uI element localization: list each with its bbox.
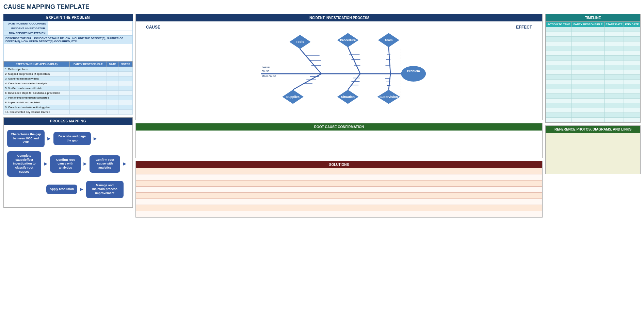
- party-cell[interactable]: [70, 91, 107, 96]
- end-cell[interactable]: [624, 65, 640, 70]
- end-cell[interactable]: [624, 113, 640, 118]
- start-cell[interactable]: [604, 70, 624, 75]
- solution-row[interactable]: [136, 168, 542, 174]
- party-cell[interactable]: [572, 94, 605, 99]
- notes-cell[interactable]: [118, 67, 133, 72]
- start-cell[interactable]: [604, 108, 624, 113]
- party-cell[interactable]: [70, 105, 107, 110]
- start-cell[interactable]: [604, 99, 624, 103]
- party-cell[interactable]: [572, 46, 605, 51]
- end-cell[interactable]: [624, 46, 640, 51]
- party-cell[interactable]: [572, 51, 605, 56]
- start-cell[interactable]: [604, 84, 624, 89]
- party-cell[interactable]: [572, 32, 605, 37]
- notes-cell[interactable]: [118, 100, 133, 105]
- date-cell[interactable]: [107, 100, 118, 105]
- start-cell[interactable]: [604, 118, 624, 122]
- solution-row[interactable]: [136, 211, 542, 217]
- party-cell[interactable]: [572, 89, 605, 94]
- start-cell[interactable]: [604, 27, 624, 32]
- solution-row[interactable]: [136, 180, 542, 187]
- date-cell[interactable]: [107, 67, 118, 72]
- end-cell[interactable]: [624, 99, 640, 103]
- action-cell[interactable]: [546, 32, 572, 37]
- party-cell[interactable]: [572, 113, 605, 118]
- end-cell[interactable]: [624, 80, 640, 84]
- notes-cell[interactable]: [118, 96, 133, 100]
- action-cell[interactable]: [546, 61, 572, 65]
- party-cell[interactable]: [572, 99, 605, 103]
- action-cell[interactable]: [546, 46, 572, 51]
- date-cell[interactable]: [107, 81, 118, 86]
- date-cell[interactable]: [107, 76, 118, 81]
- solution-row[interactable]: [136, 187, 542, 193]
- party-cell[interactable]: [70, 67, 107, 72]
- action-cell[interactable]: [546, 56, 572, 61]
- action-cell[interactable]: [546, 99, 572, 103]
- action-cell[interactable]: [546, 27, 572, 32]
- notes-cell[interactable]: [118, 86, 133, 91]
- notes-cell[interactable]: [118, 110, 133, 115]
- notes-cell[interactable]: [118, 105, 133, 110]
- end-cell[interactable]: [624, 70, 640, 75]
- action-cell[interactable]: [546, 70, 572, 75]
- solution-row[interactable]: [136, 193, 542, 199]
- party-cell[interactable]: [572, 84, 605, 89]
- start-cell[interactable]: [604, 56, 624, 61]
- end-cell[interactable]: [624, 103, 640, 108]
- field-value[interactable]: [48, 31, 133, 36]
- start-cell[interactable]: [604, 65, 624, 70]
- date-cell[interactable]: [107, 96, 118, 100]
- party-cell[interactable]: [70, 110, 107, 115]
- party-cell[interactable]: [572, 70, 605, 75]
- notes-cell[interactable]: [118, 81, 133, 86]
- action-cell[interactable]: [546, 41, 572, 46]
- end-cell[interactable]: [624, 108, 640, 113]
- date-cell[interactable]: [107, 86, 118, 91]
- end-cell[interactable]: [624, 89, 640, 94]
- action-cell[interactable]: [546, 103, 572, 108]
- start-cell[interactable]: [604, 75, 624, 80]
- party-cell[interactable]: [572, 41, 605, 46]
- party-cell[interactable]: [70, 86, 107, 91]
- end-cell[interactable]: [624, 84, 640, 89]
- solution-row[interactable]: [136, 174, 542, 180]
- party-cell[interactable]: [572, 75, 605, 80]
- party-cell[interactable]: [572, 118, 605, 122]
- end-cell[interactable]: [624, 118, 640, 122]
- start-cell[interactable]: [604, 94, 624, 99]
- party-cell[interactable]: [572, 27, 605, 32]
- start-cell[interactable]: [604, 41, 624, 46]
- party-cell[interactable]: [572, 80, 605, 84]
- date-cell[interactable]: [107, 105, 118, 110]
- party-cell[interactable]: [572, 65, 605, 70]
- party-cell[interactable]: [70, 72, 107, 76]
- empty-area[interactable]: [4, 44, 133, 61]
- end-cell[interactable]: [624, 94, 640, 99]
- solution-row[interactable]: [136, 199, 542, 205]
- action-cell[interactable]: [546, 51, 572, 56]
- start-cell[interactable]: [604, 32, 624, 37]
- action-cell[interactable]: [546, 118, 572, 122]
- solution-row[interactable]: [136, 205, 542, 211]
- start-cell[interactable]: [604, 113, 624, 118]
- action-cell[interactable]: [546, 37, 572, 41]
- party-cell[interactable]: [70, 96, 107, 100]
- notes-cell[interactable]: [118, 72, 133, 76]
- party-cell[interactable]: [70, 81, 107, 86]
- start-cell[interactable]: [604, 89, 624, 94]
- action-cell[interactable]: [546, 108, 572, 113]
- action-cell[interactable]: [546, 65, 572, 70]
- end-cell[interactable]: [624, 61, 640, 65]
- party-cell[interactable]: [572, 103, 605, 108]
- field-value[interactable]: [48, 21, 133, 26]
- action-cell[interactable]: [546, 113, 572, 118]
- end-cell[interactable]: [624, 51, 640, 56]
- start-cell[interactable]: [604, 103, 624, 108]
- notes-cell[interactable]: [118, 91, 133, 96]
- party-cell[interactable]: [572, 61, 605, 65]
- field-value[interactable]: [48, 26, 133, 31]
- party-cell[interactable]: [572, 108, 605, 113]
- action-cell[interactable]: [546, 75, 572, 80]
- end-cell[interactable]: [624, 41, 640, 46]
